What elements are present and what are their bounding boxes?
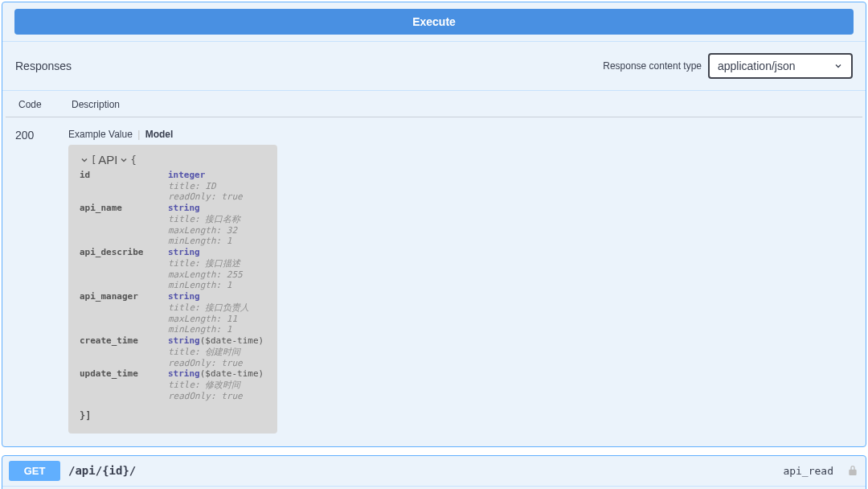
- field-name: id: [80, 170, 168, 181]
- field-meta: maxLength: 32: [80, 225, 266, 236]
- field-type: string: [168, 203, 200, 214]
- response-row: 200 Example Value | Model [ API {: [2, 117, 866, 446]
- chevron-down-icon[interactable]: [119, 155, 129, 165]
- field-meta: minLength: 1: [80, 280, 266, 291]
- field-meta: minLength: 1: [80, 236, 266, 247]
- model-field: api_namestring: [80, 203, 266, 214]
- operation-description: 更新接口内容: [2, 487, 866, 490]
- field-type: string($date-time): [168, 368, 264, 380]
- operation-header[interactable]: GET /api/{id}/ api_read: [2, 456, 866, 487]
- model-close: }]: [80, 410, 266, 422]
- field-type: string: [168, 247, 200, 258]
- response-code: 200: [15, 129, 68, 434]
- column-description: Description: [72, 99, 850, 110]
- method-badge-get: GET: [9, 461, 60, 481]
- field-meta: title: 创建时间: [80, 347, 266, 358]
- execute-bar: Execute: [2, 2, 866, 41]
- content-type-label: Response content type: [603, 60, 702, 72]
- field-meta: readOnly: true: [80, 191, 266, 203]
- field-meta: title: 修改时间: [80, 380, 266, 391]
- field-type: string($date-time): [168, 335, 264, 347]
- field-name: api_manager: [80, 291, 168, 302]
- field-name: api_describe: [80, 247, 168, 258]
- operation-panel: Execute Responses Response content type …: [2, 2, 866, 447]
- operation-panel-get: GET /api/{id}/ api_read 更新接口内容: [2, 455, 866, 490]
- field-meta: title: 接口名称: [80, 214, 266, 225]
- field-name: create_time: [80, 335, 168, 347]
- field-meta: minLength: 1: [80, 324, 266, 335]
- content-type-select[interactable]: application/json: [708, 53, 853, 79]
- field-meta: title: ID: [80, 181, 266, 192]
- operation-id: api_read: [783, 465, 833, 477]
- operation-path: /api/{id}/: [68, 464, 775, 477]
- response-tabs: Example Value | Model: [68, 129, 853, 140]
- field-type: integer: [168, 170, 205, 181]
- field-meta: maxLength: 255: [80, 269, 266, 281]
- lock-icon[interactable]: [846, 464, 859, 477]
- model-field: api_describestring: [80, 247, 266, 258]
- responses-table-header: Code Description: [6, 91, 862, 117]
- field-name: api_name: [80, 203, 168, 214]
- model-field: idinteger: [80, 170, 266, 181]
- tab-example-value[interactable]: Example Value: [68, 129, 133, 140]
- model-box: [ API { idintegertitle: IDreadOnly: true…: [68, 145, 277, 434]
- content-type-value: application/json: [718, 60, 796, 72]
- field-meta: readOnly: true: [80, 358, 266, 369]
- field-name: update_time: [80, 368, 168, 380]
- model-field: update_timestring($date-time): [80, 368, 266, 380]
- field-meta: title: 接口负责人: [80, 302, 266, 314]
- model-field: create_timestring($date-time): [80, 335, 266, 347]
- execute-button[interactable]: Execute: [14, 9, 854, 35]
- responses-header: Responses Response content type applicat…: [2, 41, 866, 91]
- field-meta: readOnly: true: [80, 391, 266, 402]
- array-open: [: [91, 154, 96, 166]
- field-meta: title: 接口描述: [80, 258, 266, 269]
- chevron-down-icon: [833, 61, 843, 71]
- field-type: string: [168, 291, 200, 302]
- model-name: API: [98, 153, 117, 168]
- model-field: api_managerstring: [80, 291, 266, 302]
- object-open: {: [130, 154, 136, 166]
- chevron-down-icon[interactable]: [80, 155, 89, 165]
- field-meta: maxLength: 11: [80, 314, 266, 325]
- tab-model[interactable]: Model: [145, 129, 174, 140]
- column-code: Code: [18, 99, 72, 110]
- responses-title: Responses: [15, 60, 72, 72]
